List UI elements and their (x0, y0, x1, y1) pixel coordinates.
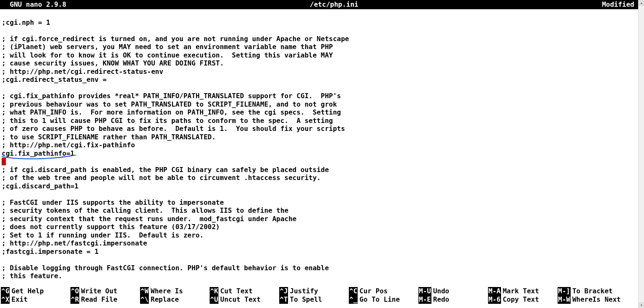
shortcut-label: Undo (431, 287, 449, 295)
shortcut-mark-text[interactable]: M-AMark Text (488, 287, 558, 295)
editor-line[interactable]: ; if cgi.force_redirect is turned on, an… (2, 35, 642, 43)
keycap: M-E (418, 295, 431, 304)
editor-line[interactable]: ; http://php.net/cgi.fix-pathinfo (2, 141, 642, 149)
shortcut-label: Mark Text (501, 287, 539, 295)
shortcut-redo[interactable]: M-ERedo (418, 295, 488, 304)
shortcut-label: Cur Pos (358, 287, 387, 295)
editor-line[interactable] (2, 190, 642, 198)
editor-line[interactable]: ; previous behaviour was to set PATH_TRA… (2, 100, 642, 109)
editor-line[interactable]: ; cause security issues, KNOW WHAT YOU A… (2, 59, 642, 68)
shortcut-whereis-next[interactable]: M-WWhereIs Next (558, 295, 627, 304)
shortcut-undo[interactable]: M-UUndo (418, 287, 488, 295)
keycap: ^K (210, 287, 218, 295)
keycap: M-W (558, 295, 571, 304)
shortcut-justify[interactable]: ^JJustify (279, 287, 349, 295)
keycap: ^X (1, 295, 10, 304)
editor-line[interactable]: ; does not currently support this featur… (2, 223, 642, 231)
editor-line[interactable]: ; if cgi.discard_path is enabled, the PH… (2, 166, 642, 174)
editor-line[interactable]: ; of zero causes PHP to behave as before… (2, 125, 642, 133)
shortcut-label: Uncut Text (218, 295, 260, 304)
editor-line[interactable]: ; security tokens of the calling client.… (2, 206, 642, 215)
shortcut-label: To Spell (288, 295, 322, 304)
shortcut-label: Go To Line (358, 295, 400, 304)
shortcut-exit[interactable]: ^XExit (1, 295, 70, 304)
shortcut-label: Get Help (10, 287, 44, 295)
editor-line[interactable]: ;fastcgi.impersonate = 1 (2, 248, 642, 256)
editor-line[interactable]: ; of the web tree and people will not be… (2, 174, 642, 182)
shortcut-label: Exit (10, 295, 28, 304)
editor-line[interactable]: ;cgi.discard_path=1 (2, 182, 642, 191)
shortcut-label: Justify (288, 287, 318, 295)
shortcut-write-out[interactable]: ^OWrite Out (70, 287, 140, 295)
shortcut-read-file[interactable]: ^RRead File (70, 295, 140, 304)
app-name: GNU nano 2.9.8 (2, 0, 66, 9)
keycap: ^_ (349, 295, 358, 304)
file-path: /etc/php.ini (66, 0, 602, 9)
keycap: ^\ (140, 295, 149, 304)
shortcut-label: Where Is (149, 287, 183, 295)
keycap: M-] (558, 287, 571, 295)
keycap: ^C (349, 287, 358, 295)
keycap: M-6 (488, 295, 501, 304)
shortcut-label: Redo (431, 295, 449, 304)
keycap: ^J (279, 287, 288, 295)
keycap: ^W (140, 287, 149, 295)
titlebar: GNU nano 2.9.8 /etc/php.ini Modified (0, 0, 644, 9)
modified-status: Modified (602, 0, 642, 9)
editor-line[interactable]: ; cgi.fix_pathinfo provides *real* PATH_… (2, 92, 642, 100)
editor-line[interactable]: ; http://php.net/fastcgi.impersonate (2, 239, 642, 248)
keycap: ^G (1, 287, 10, 295)
shortcut-label: Cut Text (218, 287, 252, 295)
editor-line[interactable] (2, 10, 642, 18)
editor-line[interactable]: ; Set to 1 if running under IIS. Default… (2, 231, 642, 240)
editor-line[interactable]: cgi.fix_pathinfo=1 (2, 149, 642, 158)
shortcut-label: Copy Text (501, 295, 539, 304)
shortcut-go-to-line[interactable]: ^_Go To Line (349, 295, 418, 304)
editor-line[interactable]: ; this feature. (2, 272, 642, 280)
editor-line[interactable]: ; Disable logging through FastCGI connec… (2, 264, 642, 272)
shortcut-to-spell[interactable]: ^TTo Spell (279, 295, 349, 304)
shortcut-label: Write Out (79, 287, 117, 295)
editor-line[interactable]: ;cgi.nph = 1 (2, 18, 642, 27)
editor-line[interactable] (2, 157, 642, 166)
shortcut-label: Replace (149, 295, 179, 304)
keycap: ^T (279, 295, 288, 304)
keycap: ^U (210, 295, 218, 304)
editor-line[interactable] (2, 256, 642, 264)
editor-line[interactable]: ;cgi.redirect_status_env = (2, 76, 642, 84)
scrollbar[interactable]: ▴ ▾ (638, 0, 644, 308)
shortcut-uncut-text[interactable]: ^UUncut Text (210, 295, 279, 304)
shortcut-where-is[interactable]: ^WWhere Is (140, 287, 210, 295)
scroll-up-icon[interactable]: ▴ (639, 0, 644, 6)
shortcut-to-bracket[interactable]: M-]To Bracket (558, 287, 627, 295)
keycap: ^O (70, 287, 79, 295)
shortcut-label: WhereIs Next (571, 295, 621, 304)
keycap: M-U (418, 287, 431, 295)
editor-line[interactable] (2, 84, 642, 92)
editor-area[interactable]: ;cgi.nph = 1 ; if cgi.force_redirect is … (0, 9, 644, 280)
shortcut-copy-text[interactable]: M-6Copy Text (488, 295, 558, 304)
editor-line[interactable]: ; what PATH_INFO is. For more informatio… (2, 108, 642, 117)
shortcut-label: To Bracket (571, 287, 613, 295)
editor-line[interactable] (2, 26, 642, 35)
shortcut-label: Read File (79, 295, 117, 304)
keycap: ^R (70, 295, 79, 304)
editor-line[interactable]: ; to use SCRIPT_FILENAME rather than PAT… (2, 133, 642, 141)
shortcut-replace[interactable]: ^\Replace (140, 295, 210, 304)
editor-line[interactable]: ; will look for to know it is OK to cont… (2, 51, 642, 60)
editor-line[interactable]: ; security context that the request runs… (2, 215, 642, 223)
scroll-down-icon[interactable]: ▾ (639, 302, 644, 308)
shortcut-get-help[interactable]: ^GGet Help (1, 287, 70, 295)
text-cursor (2, 158, 6, 165)
editor-line[interactable]: ; this to 1 will cause PHP CGI to fix it… (2, 117, 642, 125)
shortcut-cur-pos[interactable]: ^CCur Pos (349, 287, 418, 295)
editor-line[interactable]: ; (iPlanet) web servers, you MAY need to… (2, 43, 642, 51)
editor-line[interactable]: ; http://php.net/cgi.redirect-status-env (2, 68, 642, 76)
editor-line[interactable]: ; FastCGI under IIS supports the ability… (2, 198, 642, 207)
keycap: M-A (488, 287, 501, 295)
shortcut-bar: ^GGet Help^OWrite Out^WWhere Is^KCut Tex… (0, 287, 639, 304)
shortcut-cut-text[interactable]: ^KCut Text (210, 287, 279, 295)
